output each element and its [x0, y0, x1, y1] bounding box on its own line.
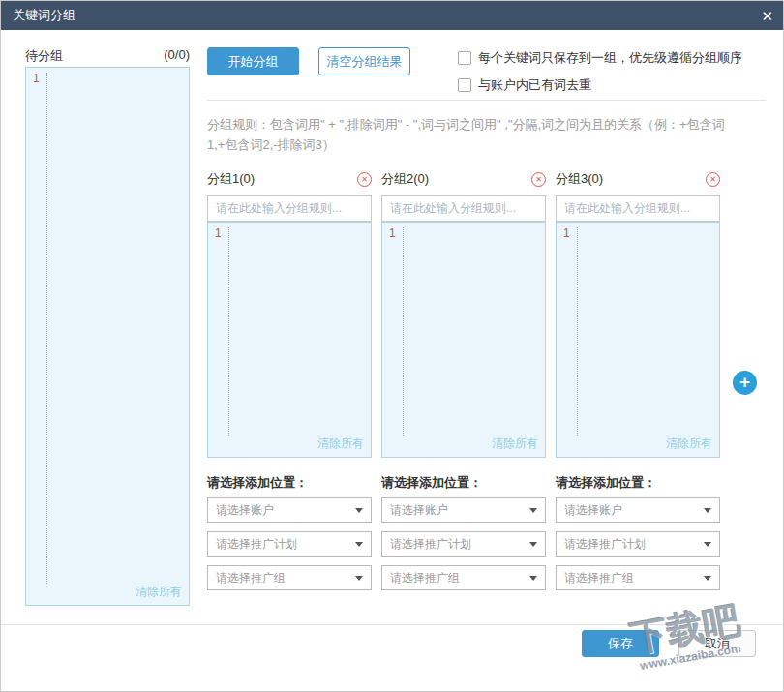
gutter-divider — [403, 227, 404, 436]
adgroup-select-value: 请选择推广组 — [564, 570, 634, 587]
group-column-2: 分组2(0) ✕ 1 清除所有 请选择添加位置： 请选择账户 请选择推广计划 请… — [381, 170, 546, 591]
plan-select-value: 请选择推广计划 — [564, 536, 646, 553]
group-keyword-list[interactable]: 1 清除所有 — [381, 222, 546, 458]
keyword-grouping-dialog: 关键词分组 ✕ 待分组 (0/0) 1 清除所有 开始分组 清空分组结果 每个关… — [0, 0, 784, 692]
rules-hint-text: 分组规则：包含词用" + ",排除词用" - ",词与词之间用" ,"分隔,词之… — [207, 114, 754, 155]
position-label: 请选择添加位置： — [381, 474, 482, 492]
plan-select-value: 请选择推广计划 — [390, 536, 471, 553]
gutter-divider — [228, 227, 229, 436]
position-label: 请选择添加位置： — [556, 474, 656, 492]
group-header: 分组2(0) ✕ — [381, 170, 546, 188]
delete-group-icon[interactable]: ✕ — [531, 172, 546, 187]
clear-all-link[interactable]: 清除所有 — [317, 436, 364, 452]
pending-keyword-list[interactable]: 1 清除所有 — [25, 67, 190, 606]
group-keyword-list[interactable]: 1 清除所有 — [556, 222, 720, 458]
clear-all-link[interactable]: 清除所有 — [136, 584, 182, 600]
account-select[interactable]: 请选择账户 — [381, 497, 546, 523]
clear-all-link[interactable]: 清除所有 — [492, 436, 538, 452]
delete-group-icon[interactable]: ✕ — [706, 172, 720, 187]
footer-divider — [1, 624, 784, 625]
account-select-value: 请选择账户 — [390, 502, 448, 519]
adgroup-select[interactable]: 请选择推广组 — [556, 565, 720, 590]
group-column-3: 分组3(0) ✕ 1 清除所有 请选择添加位置： 请选择账户 请选择推广计划 请… — [556, 170, 720, 591]
adgroup-select[interactable]: 请选择推广组 — [207, 565, 372, 590]
account-select-value: 请选择账户 — [564, 502, 622, 519]
checkbox-row-save-one-group: 每个关键词只保存到一组，优先级遵循分组顺序 — [458, 49, 742, 67]
adgroup-select-value: 请选择推广组 — [390, 570, 460, 587]
title-bar: 关键词分组 ✕ — [1, 1, 784, 30]
plan-select[interactable]: 请选择推广计划 — [381, 531, 546, 557]
chevron-down-icon — [529, 508, 537, 513]
chevron-down-icon — [704, 576, 711, 581]
save-button[interactable]: 保存 — [582, 630, 659, 657]
pending-label: 待分组 — [25, 47, 63, 65]
group-rule-input[interactable] — [556, 195, 720, 222]
gutter-divider — [577, 227, 578, 436]
line-number: 1 — [563, 226, 570, 240]
close-icon[interactable]: ✕ — [761, 9, 773, 23]
plan-select[interactable]: 请选择推广计划 — [207, 531, 372, 557]
clear-results-button[interactable]: 清空分组结果 — [318, 47, 410, 75]
chevron-down-icon — [529, 576, 537, 581]
start-grouping-button[interactable]: 开始分组 — [207, 47, 299, 75]
adgroup-select-value: 请选择推广组 — [216, 570, 286, 587]
group-rule-input[interactable] — [381, 195, 546, 222]
group-header: 分组3(0) ✕ — [556, 170, 720, 188]
pending-count: (0/0) — [164, 47, 190, 65]
chevron-down-icon — [355, 576, 363, 581]
save-one-group-label: 每个关键词只保存到一组，优先级遵循分组顺序 — [478, 49, 742, 67]
group-keyword-list[interactable]: 1 清除所有 — [207, 222, 372, 458]
dedupe-checkbox[interactable] — [458, 78, 471, 92]
cancel-button[interactable]: 取消 — [678, 630, 756, 657]
clear-all-link[interactable]: 清除所有 — [666, 436, 712, 452]
line-number: 1 — [389, 226, 396, 240]
group-rule-input[interactable] — [207, 195, 372, 222]
group-title: 分组2(0) — [381, 170, 429, 188]
chevron-down-icon — [529, 542, 537, 547]
dedupe-label: 与账户内已有词去重 — [478, 76, 591, 94]
toolbar-divider — [207, 100, 766, 101]
account-select[interactable]: 请选择账户 — [207, 497, 372, 523]
chevron-down-icon — [704, 542, 711, 547]
group-header: 分组1(0) ✕ — [207, 170, 372, 188]
gutter-divider — [46, 73, 47, 584]
chevron-down-icon — [704, 508, 711, 513]
adgroup-select[interactable]: 请选择推广组 — [381, 565, 546, 590]
pending-header: 待分组 (0/0) — [25, 47, 190, 65]
line-number: 1 — [33, 72, 40, 85]
line-number: 1 — [215, 226, 222, 240]
save-one-group-checkbox[interactable] — [458, 51, 471, 65]
checkbox-row-dedupe: 与账户内已有词去重 — [458, 76, 591, 94]
position-label: 请选择添加位置： — [207, 474, 308, 492]
group-title: 分组1(0) — [207, 170, 255, 188]
add-group-button[interactable]: + — [733, 371, 757, 395]
dialog-title: 关键词分组 — [13, 7, 75, 24]
chevron-down-icon — [355, 542, 363, 547]
group-title: 分组3(0) — [556, 170, 603, 188]
group-column-1: 分组1(0) ✕ 1 清除所有 请选择添加位置： 请选择账户 请选择推广计划 请… — [207, 170, 372, 591]
account-select-value: 请选择账户 — [216, 502, 274, 519]
plan-select-value: 请选择推广计划 — [216, 536, 297, 553]
plan-select[interactable]: 请选择推广计划 — [556, 531, 720, 557]
chevron-down-icon — [355, 508, 363, 513]
delete-group-icon[interactable]: ✕ — [357, 172, 372, 187]
account-select[interactable]: 请选择账户 — [556, 497, 720, 523]
